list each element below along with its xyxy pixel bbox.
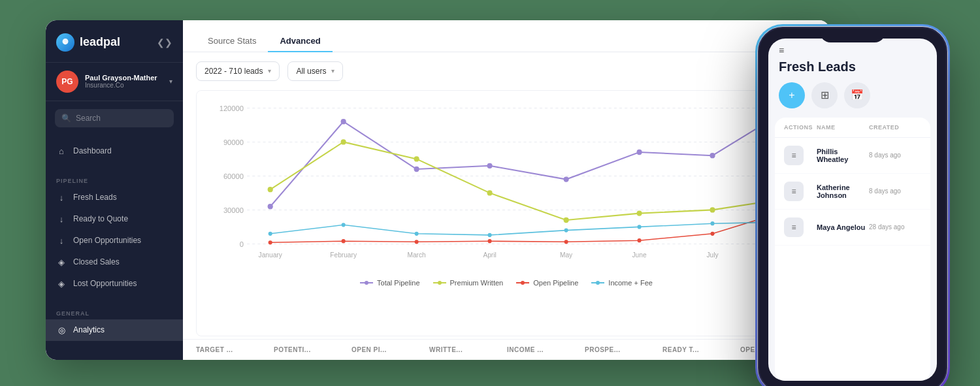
sidebar-item-label-fresh-leads: Fresh Leads — [73, 193, 117, 202]
legend-open-pipeline: Open Pipeline — [516, 279, 578, 287]
svg-point-47 — [638, 225, 642, 229]
phone-add-button[interactable]: + — [779, 82, 805, 108]
svg-point-27 — [341, 139, 346, 144]
legend-premium-written: Premium Written — [433, 279, 504, 287]
lead-action-icon-2[interactable]: ≡ — [784, 217, 804, 237]
phone-leads-table: ACTIONS NAME CREATED ≡ Phillis Wheatley … — [775, 118, 930, 381]
svg-point-29 — [487, 190, 492, 195]
svg-point-31 — [636, 210, 642, 216]
all-users-chevron-icon: ▾ — [331, 67, 335, 74]
desktop-window: leadpal ❮❯ PG Paul Grayson-Mather Insura… — [46, 20, 830, 360]
svg-point-18 — [268, 204, 273, 209]
tab-source-stats[interactable]: Source Stats — [196, 31, 268, 52]
svg-text:0: 0 — [240, 240, 244, 248]
legend-premium-written-label: Premium Written — [450, 279, 504, 287]
svg-point-48 — [710, 221, 714, 225]
lead-action-icon-0[interactable]: ≡ — [784, 146, 804, 165]
phone-menu-icon[interactable]: ≡ — [779, 45, 784, 56]
open-opportunities-icon: ↓ — [56, 236, 67, 246]
phone-calendar-button[interactable]: 📅 — [844, 82, 870, 108]
table-col-4: INCOME ... — [507, 346, 583, 353]
table-col-6: READY T... — [662, 346, 739, 353]
table-col-0: TARGET ... — [196, 346, 272, 353]
nav-section-pipeline: PIPELINE ↓ Fresh Leads ↓ Ready to Quote … — [46, 167, 183, 300]
phone-actions-row: + ⊞ 📅 — [768, 82, 937, 118]
all-users-value: All users — [296, 67, 326, 76]
svg-point-43 — [342, 223, 346, 227]
svg-point-35 — [342, 239, 346, 243]
dashboard-icon: ⌂ — [56, 146, 67, 156]
sidebar-item-label-dashboard: Dashboard — [73, 146, 112, 155]
svg-point-36 — [415, 240, 419, 244]
phone-lead-row-0: ≡ Phillis Wheatley 8 days ago — [775, 138, 930, 174]
phone-col-created: CREATED — [869, 124, 921, 131]
phone-lead-row-1: ≡ Katherine Johnson 8 days ago — [775, 174, 930, 210]
svg-point-38 — [564, 240, 568, 244]
sidebar-item-label-analytics: Analytics — [73, 325, 105, 334]
sidebar-item-fresh-leads[interactable]: ↓ Fresh Leads — [46, 187, 183, 208]
lead-name-1: Katherine Johnson — [817, 184, 869, 199]
svg-point-28 — [414, 156, 419, 161]
user-info: Paul Grayson-Mather Insurance.Co — [85, 74, 163, 89]
legend-total-pipeline: Total Pipeline — [360, 279, 419, 287]
user-name: Paul Grayson-Mather — [85, 74, 163, 82]
user-chevron-icon: ▾ — [169, 78, 172, 85]
svg-point-42 — [269, 231, 272, 235]
sidebar-item-lost-opportunities[interactable]: ◈ Lost Opportunities — [46, 273, 183, 295]
ready-quote-icon: ↓ — [56, 214, 67, 224]
nav-section-main: ⌂ Dashboard — [46, 135, 183, 167]
nav-section-general: GENERAL ◎ Analytics — [46, 300, 183, 346]
search-placeholder: Search — [76, 114, 101, 123]
svg-point-26 — [268, 187, 273, 192]
svg-point-19 — [341, 119, 346, 124]
sidebar-item-ready-quote[interactable]: ↓ Ready to Quote — [46, 208, 183, 230]
sidebar-item-label-open-opportunities: Open Opportunities — [73, 236, 141, 245]
lead-name-0: Phillis Wheatley — [817, 148, 869, 163]
year-leads-filter[interactable]: 2022 - 710 leads ▾ — [196, 61, 280, 81]
avatar: PG — [56, 71, 78, 93]
legend-income-fee-label: Income + Fee — [608, 279, 653, 287]
svg-point-34 — [269, 240, 272, 244]
svg-point-32 — [710, 207, 715, 212]
svg-text:April: April — [483, 251, 496, 259]
all-users-filter[interactable]: All users ▾ — [287, 61, 343, 81]
sidebar-item-label-closed-sales: Closed Sales — [73, 257, 120, 266]
line-chart: 120000 90000 60000 30000 0 January Febru… — [207, 101, 806, 271]
main-container: leadpal ❮❯ PG Paul Grayson-Mather Insura… — [46, 20, 934, 366]
sidebar-item-open-opportunities[interactable]: ↓ Open Opportunities — [46, 230, 183, 251]
svg-point-22 — [564, 176, 569, 182]
sidebar-item-closed-sales[interactable]: ◈ Closed Sales — [46, 251, 183, 273]
svg-point-24 — [710, 153, 715, 158]
app-name: leadpal — [80, 35, 120, 49]
svg-text:January: January — [259, 251, 283, 259]
phone-col-actions: ACTIONS — [784, 124, 817, 131]
svg-text:July: July — [706, 251, 719, 259]
tab-advanced[interactable]: Advanced — [268, 31, 332, 52]
table-col-5: PROSPE... — [585, 346, 661, 353]
lead-action-icon-1[interactable]: ≡ — [784, 182, 804, 201]
svg-text:120000: 120000 — [220, 104, 244, 112]
phone-grid-button[interactable]: ⊞ — [811, 82, 838, 108]
general-section-label: GENERAL — [46, 305, 183, 319]
svg-text:May: May — [560, 251, 573, 259]
svg-point-44 — [415, 231, 419, 235]
sidebar: leadpal ❮❯ PG Paul Grayson-Mather Insura… — [46, 20, 183, 360]
sidebar-item-dashboard[interactable]: ⌂ Dashboard — [46, 140, 183, 162]
svg-text:February: February — [330, 251, 357, 259]
chart-container: 120000 90000 60000 30000 0 January Febru… — [196, 90, 817, 336]
menu-icon[interactable]: ❮❯ — [157, 37, 172, 48]
sidebar-item-label-lost-opportunities: Lost Opportunities — [73, 279, 137, 288]
table-col-2: OPEN PI... — [351, 346, 428, 353]
svg-point-23 — [636, 149, 642, 154]
search-box[interactable]: 🔍 Search — [55, 109, 174, 127]
svg-text:June: June — [632, 251, 647, 259]
sidebar-item-analytics[interactable]: ◎ Analytics — [46, 319, 183, 341]
closed-sales-icon: ◈ — [56, 257, 67, 267]
tabs-bar: Source Stats Advanced — [183, 20, 830, 52]
logo-icon — [56, 33, 74, 52]
user-profile[interactable]: PG Paul Grayson-Mather Insurance.Co ▾ — [46, 63, 183, 101]
year-leads-chevron-icon: ▾ — [268, 67, 271, 74]
phone-lead-row-2: ≡ Maya Angelou 28 days ago — [775, 210, 930, 246]
analytics-icon: ◎ — [56, 325, 67, 335]
lost-opportunities-icon: ◈ — [56, 279, 67, 289]
